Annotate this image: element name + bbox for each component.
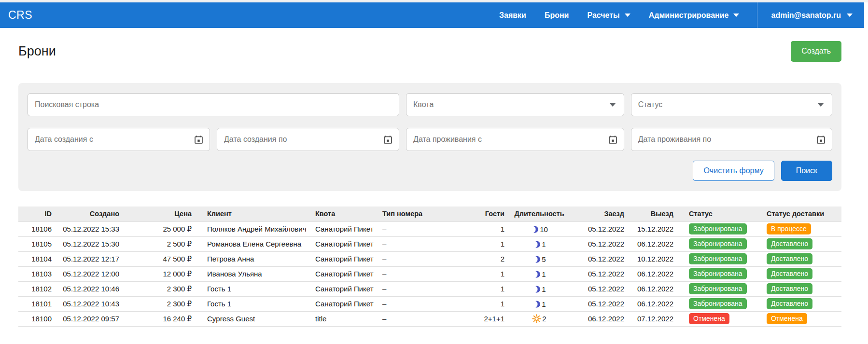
date-stay-to-field — [631, 128, 832, 151]
date-stay-from-input[interactable] — [406, 128, 605, 151]
search-input[interactable] — [28, 94, 399, 116]
duration-value: 1 — [532, 270, 546, 278]
cell-client: Гость 1 — [199, 281, 308, 296]
column-header-status: Статус — [681, 206, 759, 221]
cell-price: 16 240 ₽ — [127, 311, 199, 326]
cell-quota: Санаторий Пикет — [308, 221, 375, 236]
delivery-status-badge: В процессе — [767, 223, 811, 234]
duration-number: 2 — [542, 315, 546, 323]
cell-checkout: 15.12.2022 — [632, 221, 681, 236]
status-select[interactable]: Статус — [631, 93, 832, 116]
cell-created: 05.12.2022 12:00 — [59, 266, 127, 281]
cell-checkout: 06.12.2022 — [632, 236, 681, 251]
table-row[interactable]: 1810405.12.2022 12:1747 500 ₽Петрова Анн… — [18, 251, 841, 266]
create-button[interactable]: Создать — [791, 41, 841, 62]
cell-checkin: 06.12.2022 — [566, 311, 632, 326]
cell-guests: 1 — [469, 266, 512, 281]
date-stay-to-input[interactable] — [631, 128, 813, 151]
cell-client: Романова Елена Сергеевна — [199, 236, 308, 251]
date-created-from-picker-button[interactable] — [191, 135, 210, 145]
table-row[interactable]: 1810205.12.2022 10:462 300 ₽Гость 1Санат… — [18, 281, 841, 296]
quota-select[interactable]: Квота — [406, 93, 624, 116]
search-button[interactable]: Поиск — [781, 161, 832, 181]
clear-form-button[interactable]: Очистить форму — [693, 161, 774, 181]
cell-price: 2 500 ₽ — [127, 236, 199, 251]
cell-price: 47 500 ₽ — [127, 251, 199, 266]
nav-item-raschety[interactable]: Расчеты — [587, 11, 630, 20]
cell-checkout: 10.12.2022 — [632, 251, 681, 266]
chevron-down-icon — [847, 14, 853, 17]
nav-item-label: Заявки — [499, 11, 526, 20]
cell-price: 25 000 ₽ — [127, 221, 199, 236]
delivery-status-badge: Доставлено — [767, 268, 812, 279]
duration-value: 1 — [532, 285, 546, 293]
cell-id: 18105 — [18, 236, 59, 251]
cell-checkin: 05.12.2022 — [566, 221, 632, 236]
user-menu[interactable]: admin@sanatop.ru — [771, 11, 853, 20]
duration-value: 5 — [532, 255, 546, 263]
cell-guests: 1 — [469, 296, 512, 311]
status-badge: Отменена — [689, 313, 729, 324]
column-header-duration: Длительность — [512, 206, 566, 221]
chevron-down-icon — [625, 14, 630, 17]
cell-client: Иванова Ульяна — [199, 266, 308, 281]
column-header-client: Клиент — [199, 206, 308, 221]
cell-status: Забронирована — [681, 221, 759, 236]
table-row[interactable]: 1810305.12.2022 12:0012 000 ₽Иванова Уль… — [18, 266, 841, 281]
date-created-to-picker-button[interactable] — [380, 135, 399, 145]
moon-icon — [532, 240, 541, 248]
navbar-divider — [757, 2, 757, 28]
cell-room-type: – — [375, 281, 469, 296]
date-created-from-input[interactable] — [28, 128, 191, 151]
cell-status: Забронирована — [681, 266, 759, 281]
search-field — [28, 93, 399, 116]
cell-delivery: Доставлено — [759, 266, 841, 281]
table-row[interactable]: 1810605.12.2022 15:3325 000 ₽Поляков Анд… — [18, 221, 841, 236]
nav-item-label: Расчеты — [587, 11, 619, 20]
cell-duration: 10 — [512, 221, 566, 236]
chevron-down-icon — [609, 103, 616, 107]
delivery-status-badge: Доставлено — [767, 283, 812, 294]
cell-client: Гость 1 — [199, 296, 308, 311]
cell-quota: Санаторий Пикет — [308, 281, 375, 296]
cell-quota: Санаторий Пикет — [308, 266, 375, 281]
date-created-to-input[interactable] — [217, 128, 380, 151]
date-stay-to-picker-button[interactable] — [813, 135, 832, 145]
cell-created: 05.12.2022 15:30 — [59, 236, 127, 251]
cell-duration: 1 — [512, 281, 566, 296]
cell-delivery: В процессе — [759, 221, 841, 236]
column-header-price: Цена — [127, 206, 199, 221]
column-header-guests: Гости — [469, 206, 512, 221]
cell-created: 05.12.2022 12:17 — [59, 251, 127, 266]
cell-status: Забронирована — [681, 251, 759, 266]
date-stay-from-picker-button[interactable] — [605, 135, 624, 145]
date-created-from-field — [28, 128, 210, 151]
nav-item-label: Администрирование — [649, 11, 729, 20]
column-header-delivery: Статус доставки — [759, 206, 841, 221]
cell-delivery: Доставлено — [759, 281, 841, 296]
filter-panel: Квота Статус — [18, 83, 841, 191]
table-row[interactable]: 1810105.12.2022 10:432 300 ₽Гость 1Санат… — [18, 296, 841, 311]
filter-actions: Очистить форму Поиск — [28, 161, 832, 181]
cell-delivery: Доставлено — [759, 236, 841, 251]
cell-checkout: 06.12.2022 — [632, 281, 681, 296]
app-logo[interactable]: CRS — [8, 9, 32, 22]
cell-checkin: 05.12.2022 — [566, 281, 632, 296]
table-row[interactable]: 1810005.12.2022 09:5716 240 ₽Cypress Gue… — [18, 311, 841, 326]
duration-value: 1 — [532, 300, 546, 308]
filter-grid: Квота Статус — [28, 93, 832, 151]
cell-guests: 1 — [469, 236, 512, 251]
nav-item-administrirovanie[interactable]: Администрирование — [649, 11, 740, 20]
sun-icon — [532, 314, 541, 323]
moon-icon — [531, 225, 539, 234]
cell-checkin: 05.12.2022 — [566, 251, 632, 266]
column-header-created: Создано — [59, 206, 127, 221]
column-header-checkout: Выезд — [632, 206, 681, 221]
table-row[interactable]: 1810505.12.2022 15:302 500 ₽Романова Еле… — [18, 236, 841, 251]
page-title: Брони — [18, 44, 56, 59]
nav-item-broni[interactable]: Брони — [545, 11, 569, 20]
page-header: Брони Создать — [18, 41, 841, 62]
cell-guests: 1 — [469, 281, 512, 296]
nav-item-zayavki[interactable]: Заявки — [499, 11, 526, 20]
cell-delivery: Доставлено — [759, 296, 841, 311]
